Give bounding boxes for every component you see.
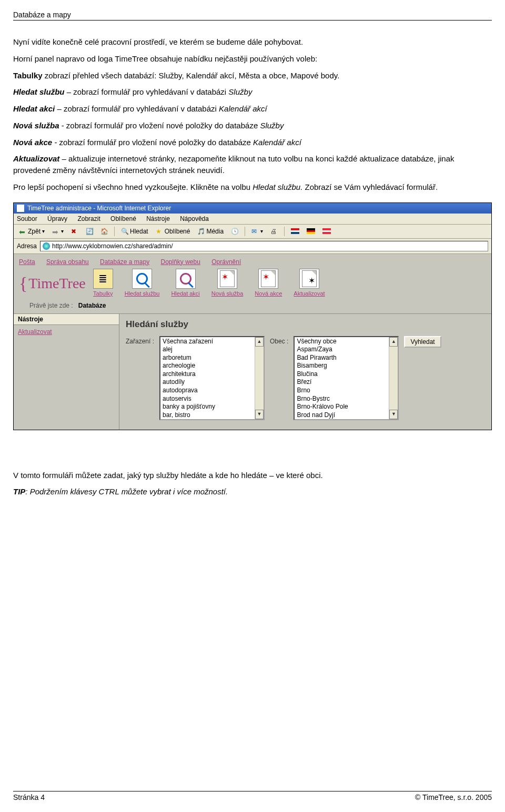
- tab-sprava[interactable]: Správa obsahu: [46, 258, 89, 266]
- refresh-icon: 🔄: [86, 228, 93, 235]
- mail-button[interactable]: ✉▾: [249, 227, 265, 236]
- flag-icon: [291, 228, 299, 234]
- sidebar: Nástroje Aktualizovat: [14, 314, 119, 430]
- search-button[interactable]: Vyhledat: [404, 336, 441, 348]
- home-button[interactable]: 🏠: [98, 227, 110, 236]
- listbox-zarazeni[interactable]: Všechna zařazení alej arboretum archeolo…: [159, 336, 265, 420]
- footer-page-number: Stránka 4: [13, 793, 45, 801]
- breadcrumb: Právě jste zde : Databáze: [14, 297, 491, 313]
- main-title: Hledání služby: [119, 314, 491, 336]
- search-icon: 🔍: [121, 228, 128, 235]
- address-input[interactable]: http://www.cyklobrnowien.cz/shared/admin…: [40, 241, 488, 251]
- flag-de[interactable]: [305, 228, 317, 235]
- home-icon: 🏠: [100, 228, 108, 235]
- media-icon: 🎵: [197, 228, 205, 235]
- menu-item[interactable]: Nápověda: [180, 215, 209, 222]
- scroll-up-icon[interactable]: ▲: [255, 337, 264, 347]
- listbox-obec[interactable]: Všechny obce Aspam/Zaya Bad Pirawarth Bi…: [294, 336, 399, 420]
- scrollbar[interactable]: ▲ ▼: [389, 337, 398, 419]
- search-button[interactable]: 🔍Hledat: [119, 227, 150, 236]
- menu-item[interactable]: Soubor: [17, 215, 37, 222]
- tab-doplnky[interactable]: Doplňky webu: [161, 258, 200, 266]
- sidebar-link-aktualizovat[interactable]: Aktualizovat: [18, 328, 52, 336]
- flag-at[interactable]: [320, 228, 333, 235]
- scroll-down-icon[interactable]: ▼: [255, 410, 264, 419]
- history-icon: 🕓: [231, 228, 238, 235]
- menubar: Soubor Úpravy Zobrazit Oblíbené Nástroje…: [14, 214, 491, 225]
- stop-button[interactable]: ✖: [69, 227, 80, 236]
- print-icon: 🖨: [270, 228, 278, 235]
- paragraph: Nová akce - zobrazí formulář pro vložení…: [13, 137, 492, 148]
- admin-tabs: Pošta Správa obsahu Databáze a mapy Dopl…: [14, 254, 491, 266]
- address-label: Adresa: [17, 242, 37, 250]
- footer-copyright: © TimeTree, s.r.o. 2005: [415, 793, 492, 801]
- scroll-down-icon[interactable]: ▼: [389, 410, 398, 419]
- filter-label-zarazeni: Zařazení :: [126, 336, 154, 345]
- flag-cz[interactable]: [289, 228, 301, 235]
- page-footer: Stránka 4 © TimeTree, s.r.o. 2005: [13, 791, 492, 801]
- sidebar-heading: Nástroje: [14, 314, 119, 325]
- print-button[interactable]: 🖨: [268, 227, 280, 236]
- paragraph: Hledat službu – zobrazí formulář pro vyh…: [13, 86, 492, 98]
- tables-icon: ≣: [93, 269, 113, 289]
- tab-posta[interactable]: Pošta: [19, 258, 35, 266]
- tab-opravneni[interactable]: Oprávnění: [211, 258, 241, 266]
- brace-icon: {: [19, 273, 27, 293]
- scrollbar[interactable]: ▲ ▼: [255, 337, 264, 419]
- paragraph: Hledat akci – zobrazí formulář pro vyhle…: [13, 103, 492, 115]
- filter-label-obec: Obec :: [270, 336, 288, 345]
- flag-icon: [307, 228, 315, 234]
- refresh-doc-icon: ✶: [299, 269, 319, 289]
- tool-hledat-akci[interactable]: Hledat akci: [171, 269, 199, 297]
- paragraph: Aktualizovat – aktualizuje internetové s…: [13, 153, 492, 176]
- back-icon: ⬅: [19, 228, 26, 235]
- tool-nova-sluzba[interactable]: ✶ Nová služba: [211, 269, 244, 297]
- tab-databaze[interactable]: Databáze a mapy: [100, 258, 149, 266]
- address-bar: Adresa http://www.cyklobrnowien.cz/share…: [14, 239, 491, 254]
- tool-hledat-sluzbu[interactable]: Hledat službu: [125, 269, 160, 297]
- browser-screenshot: TimeTree administrace - Microsoft Intern…: [13, 202, 492, 430]
- paragraph: Pro lepší pochopení si všechno hned vyzk…: [13, 181, 492, 193]
- tool-icons-row: ≣ Tabulky Hledat službu Hledat akci ✶ No…: [93, 269, 325, 297]
- main-panel: Hledání služby Zařazení : Všechna zařaze…: [119, 314, 491, 430]
- refresh-button[interactable]: 🔄: [84, 227, 95, 236]
- window-title: TimeTree administrace - Microsoft Intern…: [27, 205, 171, 212]
- tool-tabulky[interactable]: ≣ Tabulky: [93, 269, 113, 297]
- paragraph: Horní panel napravo od loga TimeTree obs…: [13, 53, 492, 65]
- menu-item[interactable]: Zobrazit: [77, 215, 100, 222]
- tool-nova-akce[interactable]: ✶ Nová akce: [255, 269, 282, 297]
- paragraph: Nyní vidíte konečně celé pracovní prostř…: [13, 36, 492, 48]
- globe-icon: [43, 242, 50, 250]
- tip-paragraph: TIP: Podržením klávesy CTRL můžete vybra…: [13, 486, 492, 498]
- window-titlebar: TimeTree administrace - Microsoft Intern…: [14, 203, 491, 214]
- menu-item[interactable]: Úpravy: [47, 215, 67, 222]
- doc-header: Databáze a mapy: [13, 11, 492, 21]
- new-doc-icon: ✶: [217, 269, 237, 289]
- magnifier-icon: [176, 269, 196, 289]
- mail-icon: ✉: [251, 228, 259, 235]
- paragraph: Nová služba - zobrazí formulář pro vlože…: [13, 120, 492, 131]
- menu-item[interactable]: Nástroje: [146, 215, 170, 222]
- tool-aktualizovat[interactable]: ✶ Aktualizovat: [294, 269, 325, 297]
- menu-item[interactable]: Oblíbené: [110, 215, 136, 222]
- forward-icon: ➡: [52, 228, 59, 235]
- magnifier-icon: [132, 269, 152, 289]
- timetree-logo: {TimeTree: [19, 273, 86, 297]
- new-doc-icon: ✶: [258, 269, 278, 289]
- flag-icon: [322, 228, 331, 234]
- toolbar: ⬅Zpět ▾ ➡▾ ✖ 🔄 🏠 🔍Hledat ★Oblíbené 🎵Médi…: [14, 225, 491, 239]
- history-button[interactable]: 🕓: [229, 227, 240, 236]
- star-icon: ★: [156, 228, 163, 235]
- back-button[interactable]: ⬅Zpět ▾: [17, 227, 47, 236]
- ie-icon: [17, 205, 24, 212]
- paragraph: Tabulky zobrazí přehled všech databází: …: [13, 70, 492, 82]
- media-button[interactable]: 🎵Média: [195, 227, 226, 236]
- scroll-up-icon[interactable]: ▲: [389, 337, 398, 347]
- stop-icon: ✖: [71, 228, 78, 235]
- favorites-button[interactable]: ★Oblíbené: [154, 227, 193, 236]
- paragraph: V tomto formuláři můžete zadat, jaký typ…: [13, 470, 492, 481]
- forward-button[interactable]: ➡▾: [50, 227, 66, 236]
